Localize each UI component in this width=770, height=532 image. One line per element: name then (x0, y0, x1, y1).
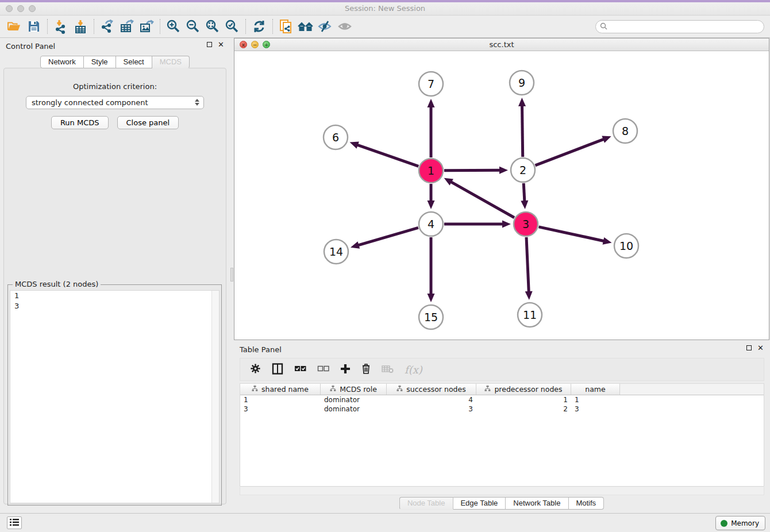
table-header-filler (620, 384, 764, 395)
column-header-mcds-role[interactable]: MCDS role (321, 384, 387, 395)
graph-edge-3-11[interactable] (526, 237, 529, 293)
table-hscroll-track[interactable] (240, 487, 764, 495)
table-cell[interactable]: dominator (321, 395, 387, 404)
import-table-button[interactable] (71, 18, 90, 35)
graph-node-1[interactable]: 1 (419, 159, 443, 183)
search-box[interactable] (595, 20, 764, 33)
graph-node-15[interactable]: 15 (419, 305, 443, 329)
graph-node-11[interactable]: 11 (518, 303, 542, 327)
graph-node-3[interactable]: 3 (514, 212, 538, 236)
table-cell[interactable]: 3 (240, 404, 321, 414)
column-header-name[interactable]: name (571, 384, 620, 395)
graph-edge-1-2[interactable] (444, 170, 501, 171)
table-cell[interactable]: 1 (240, 395, 321, 404)
tab-motifs[interactable]: Motifs (568, 497, 604, 510)
table-row[interactable]: 3dominator323 (240, 404, 764, 414)
delete-column-button[interactable] (361, 363, 371, 376)
zoom-selected-button[interactable] (222, 18, 242, 35)
svg-text:3: 3 (522, 218, 529, 230)
close-table-panel-icon[interactable]: ✕ (757, 345, 764, 350)
show-all-button[interactable] (335, 18, 355, 35)
split-view-icon (272, 363, 283, 376)
graph-node-14[interactable]: 14 (324, 240, 348, 264)
result-scrollbar[interactable] (211, 291, 219, 503)
close-window-icon[interactable] (6, 5, 13, 12)
close-panel-button[interactable]: Close panel (117, 116, 179, 129)
column-header-predecessor-nodes[interactable]: predecessor nodes (476, 384, 571, 395)
network-maximize-icon[interactable]: + (263, 41, 270, 48)
task-history-button[interactable] (7, 516, 22, 529)
graph-edge-4-14[interactable] (357, 228, 418, 245)
network-window-titlebar[interactable]: x − + scc.txt (234, 38, 769, 51)
table-cell[interactable]: 3 (387, 404, 476, 414)
graph-node-9[interactable]: 9 (510, 71, 534, 95)
graph-edge-3-1[interactable] (450, 182, 514, 218)
float-panel-icon[interactable] (207, 42, 212, 47)
zoom-out-button[interactable] (183, 18, 203, 35)
splitter-grip[interactable] (230, 268, 233, 282)
column-header-shared-name[interactable]: shared name (240, 384, 321, 395)
clone-network-button[interactable] (276, 18, 296, 35)
tab-node-table[interactable]: Node Table (399, 497, 453, 510)
run-mcds-button[interactable]: Run MCDS (51, 116, 109, 129)
tab-style[interactable]: Style (84, 56, 116, 68)
mcds-result-list[interactable]: 13 (10, 290, 220, 503)
memory-button[interactable]: Memory (715, 516, 765, 530)
network-minimize-icon[interactable]: − (251, 41, 259, 48)
tab-edge-table[interactable]: Edge Table (453, 497, 506, 510)
table-cell[interactable]: dominator (321, 404, 387, 414)
split-view-button[interactable] (272, 363, 283, 376)
show-all-icon (337, 20, 353, 33)
import-network-button[interactable] (51, 18, 71, 35)
search-input[interactable] (610, 23, 753, 31)
graph-edge-3-10[interactable] (538, 227, 605, 241)
close-panel-icon[interactable]: ✕ (218, 42, 224, 47)
tab-network-table[interactable]: Network Table (506, 497, 568, 510)
graph-node-10[interactable]: 10 (614, 234, 638, 258)
criterion-select[interactable]: strongly connected component (26, 96, 204, 109)
function-builder-button[interactable]: f(x) (405, 364, 422, 376)
open-session-button[interactable] (5, 18, 24, 35)
float-table-panel-icon[interactable] (746, 345, 752, 350)
zoom-in-button[interactable] (164, 18, 183, 35)
add-column-button[interactable] (340, 364, 351, 376)
export-image-button[interactable] (137, 18, 156, 35)
tab-network[interactable]: Network (40, 56, 84, 68)
table-cell[interactable]: 3 (571, 404, 620, 414)
graph-edge-2-9[interactable] (522, 105, 523, 157)
hide-selected-button[interactable] (315, 18, 335, 35)
window-title: Session: New Session (0, 2, 770, 15)
graph-node-2[interactable]: 2 (511, 158, 535, 182)
table-cell[interactable]: 1 (476, 395, 571, 404)
select-all-button[interactable] (294, 365, 306, 375)
maximize-window-icon[interactable] (29, 5, 36, 12)
table-cell[interactable]: 1 (571, 395, 620, 404)
first-neighbors-button[interactable] (296, 18, 315, 35)
table-cell[interactable]: 2 (476, 404, 571, 414)
graph-node-4[interactable]: 4 (419, 212, 443, 236)
column-settings-button[interactable] (250, 363, 261, 376)
table-cell[interactable]: 4 (387, 395, 476, 404)
delete-table-button[interactable] (382, 364, 394, 375)
refresh-button[interactable] (249, 18, 269, 35)
export-table-button[interactable] (117, 18, 137, 35)
tab-mcds[interactable]: MCDS (152, 56, 190, 68)
graph-edge-1-6[interactable] (356, 145, 418, 167)
network-close-icon[interactable]: x (240, 41, 247, 48)
tab-select[interactable]: Select (116, 56, 152, 68)
deselect-all-button[interactable] (317, 365, 329, 375)
minimize-window-icon[interactable] (17, 5, 24, 12)
column-header-successor-nodes[interactable]: successor nodes (387, 384, 476, 395)
graph-node-8[interactable]: 8 (613, 119, 637, 143)
graph-edge-2-8[interactable] (535, 139, 605, 165)
graph-edge-arrowhead (351, 241, 360, 248)
graph-node-6[interactable]: 6 (324, 125, 348, 149)
zoom-fit-button[interactable] (203, 18, 222, 35)
table-row[interactable]: 1dominator411 (240, 395, 764, 404)
save-session-button[interactable] (24, 18, 44, 35)
network-canvas[interactable]: 7968124314101511 (234, 51, 769, 340)
control-panel-title: Control Panel (6, 42, 55, 51)
export-network-button[interactable] (98, 18, 117, 35)
graph-edge-2-3[interactable] (523, 183, 525, 202)
graph-node-7[interactable]: 7 (419, 72, 443, 96)
